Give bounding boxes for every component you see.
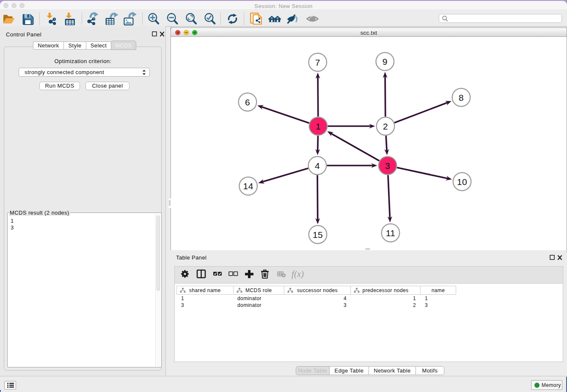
svg-text:8: 8: [459, 93, 464, 102]
svg-text:14: 14: [243, 181, 253, 191]
svg-text:2: 2: [383, 121, 388, 131]
svg-text:3: 3: [385, 161, 390, 171]
svg-text:f(x): f(x): [292, 269, 304, 279]
svg-text:1: 1: [316, 121, 321, 131]
svg-text:4: 4: [315, 161, 320, 171]
svg-text:7: 7: [315, 58, 320, 67]
svg-text:11: 11: [386, 228, 396, 238]
svg-text:15: 15: [313, 230, 323, 240]
svg-text:9: 9: [383, 57, 388, 66]
svg-text:10: 10: [457, 177, 467, 187]
svg-text:6: 6: [245, 97, 250, 107]
